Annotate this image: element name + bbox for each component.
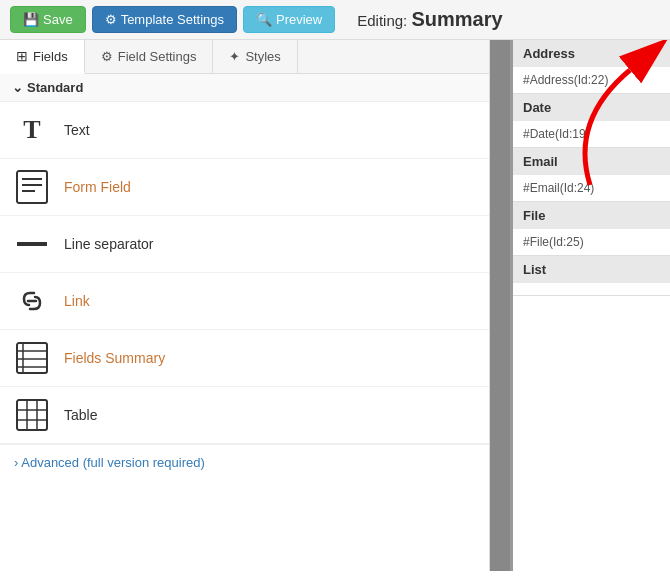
standard-section-header[interactable]: ⌄ Standard xyxy=(0,74,489,102)
template-settings-label: Template Settings xyxy=(121,12,224,27)
svg-rect-0 xyxy=(17,171,47,203)
editing-info: Editing: Summary xyxy=(357,8,502,31)
search-icon: 🔍 xyxy=(256,12,272,27)
right-panel: Address #Address(Id:22) Date #Date(Id:19… xyxy=(490,40,670,571)
field-item-table[interactable]: Table xyxy=(0,387,489,444)
right-item-address: Address #Address(Id:22) xyxy=(513,40,670,94)
save-label: Save xyxy=(43,12,73,27)
field-label-line-separator: Line separator xyxy=(64,236,154,252)
right-item-value-date: #Date(Id:19) xyxy=(513,121,670,147)
template-settings-button[interactable]: ⚙ Template Settings xyxy=(92,6,237,33)
field-item-text[interactable]: T Text xyxy=(0,102,489,159)
chevron-right-icon: › xyxy=(14,455,18,470)
fields-summary-icon xyxy=(14,340,50,376)
grid-icon: ⊞ xyxy=(16,48,28,64)
right-item-header-date: Date xyxy=(513,94,670,121)
svg-rect-5 xyxy=(17,343,47,373)
right-item-file: File #File(Id:25) xyxy=(513,202,670,256)
main-layout: ⊞ Fields ⚙ Field Settings ✦ Styles ⌄ Sta… xyxy=(0,40,670,571)
link-icon xyxy=(14,283,50,319)
right-item-value-address: #Address(Id:22) xyxy=(513,67,670,93)
right-item-email: Email #Email(Id:24) xyxy=(513,148,670,202)
advanced-section[interactable]: › Advanced (full version required) xyxy=(0,444,489,480)
right-item-value-file: #File(Id:25) xyxy=(513,229,670,255)
right-item-date: Date #Date(Id:19) xyxy=(513,94,670,148)
field-label-fields-summary: Fields Summary xyxy=(64,350,165,366)
form-field-icon xyxy=(14,169,50,205)
right-item-header-file: File xyxy=(513,202,670,229)
gear-icon: ⚙ xyxy=(105,12,117,27)
right-inner-panel: Address #Address(Id:22) Date #Date(Id:19… xyxy=(510,40,670,571)
field-label-link: Link xyxy=(64,293,90,309)
tab-styles[interactable]: ✦ Styles xyxy=(213,40,297,73)
right-item-header-address: Address xyxy=(513,40,670,67)
chevron-down-icon: ⌄ xyxy=(12,80,23,95)
preview-button[interactable]: 🔍 Preview xyxy=(243,6,335,33)
text-icon: T xyxy=(14,112,50,148)
right-item-header-email: Email xyxy=(513,148,670,175)
editing-name: Summary xyxy=(411,8,502,30)
field-item-form-field[interactable]: Form Field xyxy=(0,159,489,216)
field-label-form-field: Form Field xyxy=(64,179,131,195)
table-icon xyxy=(14,397,50,433)
field-item-link[interactable]: Link xyxy=(0,273,489,330)
field-label-text: Text xyxy=(64,122,90,138)
right-item-header-list: List xyxy=(513,256,670,283)
save-icon: 💾 xyxy=(23,12,39,27)
save-button[interactable]: 💾 Save xyxy=(10,6,86,33)
editing-prefix: Editing: xyxy=(357,12,407,29)
tabs-bar: ⊞ Fields ⚙ Field Settings ✦ Styles xyxy=(0,40,489,74)
line-separator-icon xyxy=(14,226,50,262)
advanced-label: Advanced (full version required) xyxy=(21,455,205,470)
field-item-fields-summary[interactable]: Fields Summary xyxy=(0,330,489,387)
gear-icon-tab: ⚙ xyxy=(101,49,113,64)
palette-icon: ✦ xyxy=(229,49,240,64)
field-label-table: Table xyxy=(64,407,97,423)
right-item-value-list xyxy=(513,283,670,295)
fields-panel: ⌄ Standard T Text xyxy=(0,74,489,571)
standard-label: Standard xyxy=(27,80,83,95)
field-item-line-separator[interactable]: Line separator xyxy=(0,216,489,273)
tab-field-settings[interactable]: ⚙ Field Settings xyxy=(85,40,214,73)
left-panel: ⊞ Fields ⚙ Field Settings ✦ Styles ⌄ Sta… xyxy=(0,40,490,571)
tab-fields[interactable]: ⊞ Fields xyxy=(0,40,85,74)
svg-rect-10 xyxy=(17,400,47,430)
preview-label: Preview xyxy=(276,12,322,27)
right-item-value-email: #Email(Id:24) xyxy=(513,175,670,201)
right-item-list: List xyxy=(513,256,670,296)
toolbar: 💾 Save ⚙ Template Settings 🔍 Preview Edi… xyxy=(0,0,670,40)
